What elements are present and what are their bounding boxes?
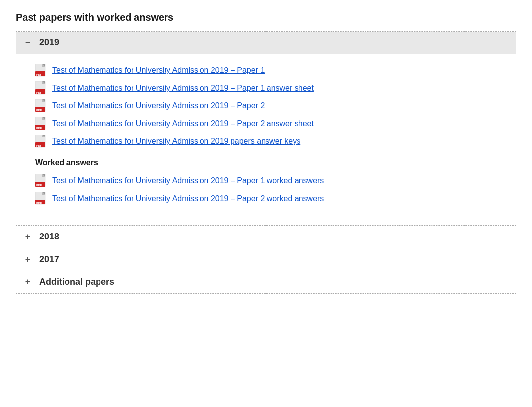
pdf-icon: PDF — [35, 117, 47, 131]
page-title: Past papers with worked answers — [16, 12, 516, 23]
pdf-icon: PDF — [35, 174, 47, 188]
year-label-2018: 2018 — [39, 232, 59, 242]
list-item: PDF Test of Mathematics for University A… — [35, 174, 497, 188]
paper-link-2[interactable]: Test of Mathematics for University Admis… — [52, 84, 314, 93]
pdf-icon: PDF — [35, 81, 47, 95]
year-section-2018: + 2018 — [16, 226, 516, 248]
paper-link-5[interactable]: Test of Mathematics for University Admis… — [52, 137, 300, 146]
paper-link-4[interactable]: Test of Mathematics for University Admis… — [52, 119, 314, 128]
list-item: PDF Test of Mathematics for University A… — [35, 99, 497, 113]
year-toggle-2018[interactable]: + 2018 — [16, 226, 516, 248]
year-label-2019: 2019 — [39, 37, 59, 48]
pdf-icon: PDF — [35, 99, 47, 113]
svg-text:PDF: PDF — [36, 144, 42, 147]
year-toggle-2019[interactable]: − 2019 — [16, 32, 516, 54]
list-item: PDF Test of Mathematics for University A… — [35, 117, 497, 131]
svg-text:PDF: PDF — [36, 202, 42, 204]
year-section-2019: − 2019 PDF Test of Mathematics for Unive… — [16, 32, 516, 225]
year-content-2019: PDF Test of Mathematics for University A… — [16, 54, 516, 225]
toggle-icon-2017: + — [24, 254, 32, 265]
year-label-additional: Additional papers — [39, 277, 114, 287]
worked-answers-list: PDF Test of Mathematics for University A… — [35, 174, 497, 205]
list-item: PDF Test of Mathematics for University A… — [35, 81, 497, 95]
list-item: PDF Test of Mathematics for University A… — [35, 135, 497, 148]
toggle-icon-2019: − — [24, 37, 32, 48]
svg-text:PDF: PDF — [36, 127, 42, 130]
svg-text:PDF: PDF — [36, 91, 42, 94]
worked-answer-link-1[interactable]: Test of Mathematics for University Admis… — [52, 176, 324, 185]
bottom-divider — [16, 293, 516, 294]
year-toggle-2017[interactable]: + 2017 — [16, 248, 516, 271]
paper-link-1[interactable]: Test of Mathematics for University Admis… — [52, 66, 265, 75]
list-item: PDF Test of Mathematics for University A… — [35, 64, 497, 77]
year-section-2017: + 2017 — [16, 248, 516, 271]
toggle-icon-2018: + — [24, 232, 32, 242]
papers-list-2019: PDF Test of Mathematics for University A… — [35, 64, 497, 148]
pdf-icon: PDF — [35, 64, 47, 77]
svg-text:PDF: PDF — [36, 73, 42, 76]
year-label-2017: 2017 — [39, 254, 59, 265]
list-item: PDF Test of Mathematics for University A… — [35, 192, 497, 205]
svg-text:PDF: PDF — [36, 109, 42, 112]
worked-answers-heading: Worked answers — [35, 158, 497, 167]
paper-link-3[interactable]: Test of Mathematics for University Admis… — [52, 102, 265, 110]
year-section-additional: + Additional papers — [16, 271, 516, 293]
pdf-icon: PDF — [35, 192, 47, 205]
worked-answer-link-2[interactable]: Test of Mathematics for University Admis… — [52, 194, 324, 203]
toggle-icon-additional: + — [24, 277, 32, 287]
pdf-icon: PDF — [35, 135, 47, 148]
svg-text:PDF: PDF — [36, 184, 42, 187]
year-toggle-additional[interactable]: + Additional papers — [16, 271, 516, 293]
